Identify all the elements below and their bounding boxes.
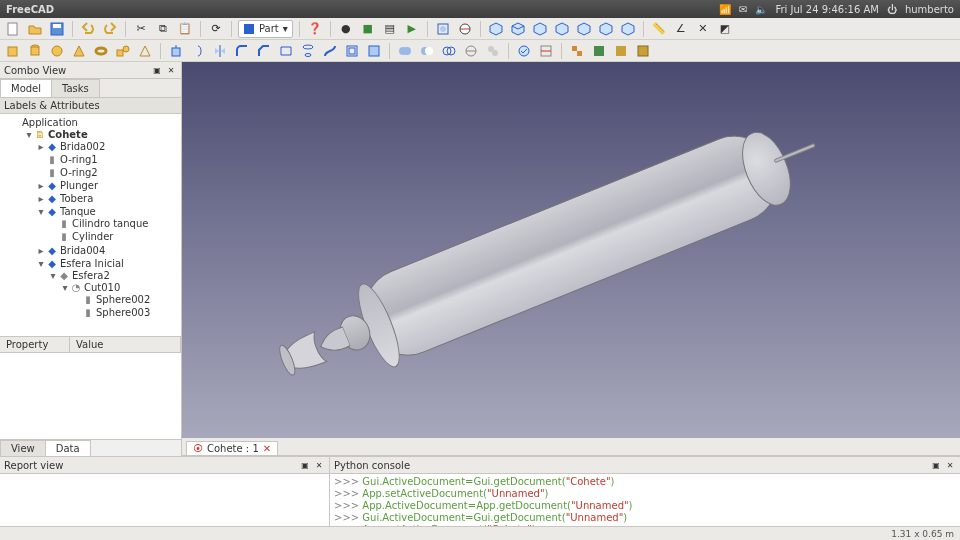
copy-button[interactable]: ⧉ <box>154 20 172 38</box>
panel-close-button[interactable]: ✕ <box>944 459 956 471</box>
measure-linear-button[interactable]: 📏 <box>650 20 668 38</box>
wifi-icon[interactable]: 📶 <box>719 4 731 15</box>
tree-item[interactable]: ▸◆Plunger <box>36 179 181 192</box>
tab-tasks[interactable]: Tasks <box>51 79 100 97</box>
tree-expand-icon[interactable]: ▾ <box>60 282 70 293</box>
cross-sections-button[interactable] <box>537 42 555 60</box>
panel-float-button[interactable]: ▣ <box>930 459 942 471</box>
part-fillet-button[interactable] <box>233 42 251 60</box>
view-top-button[interactable] <box>531 20 549 38</box>
export-button[interactable] <box>612 42 630 60</box>
part-primitives-button[interactable] <box>114 42 132 60</box>
tree-item[interactable]: ▸◆Tobera <box>36 192 181 205</box>
tree-expand-icon[interactable]: ▾ <box>36 258 46 269</box>
panel-float-button[interactable]: ▣ <box>151 64 163 76</box>
import-button[interactable] <box>590 42 608 60</box>
part-sweep-button[interactable] <box>321 42 339 60</box>
tree-expand-icon[interactable]: ▾ <box>24 129 34 140</box>
check-geometry-button[interactable] <box>515 42 533 60</box>
part-loft-button[interactable] <box>299 42 317 60</box>
panel-close-button[interactable]: ✕ <box>313 459 325 471</box>
undo-button[interactable] <box>79 20 97 38</box>
part-revolve-button[interactable] <box>189 42 207 60</box>
part-sphere-button[interactable] <box>48 42 66 60</box>
tree-item[interactable]: ▮O-ring1 <box>36 153 181 166</box>
bool-compound-button[interactable] <box>484 42 502 60</box>
new-doc-button[interactable] <box>4 20 22 38</box>
macro-stop-button[interactable]: ■ <box>359 20 377 38</box>
save-button[interactable] <box>48 20 66 38</box>
tree-item[interactable]: ▮Cilindro tanque <box>48 217 181 230</box>
tree-item[interactable]: ▮O-ring2 <box>36 166 181 179</box>
part-box-button[interactable] <box>4 42 22 60</box>
tab-model[interactable]: Model <box>0 79 52 97</box>
macro-play-button[interactable]: ▶ <box>403 20 421 38</box>
tree-item[interactable]: ▾◔Cut010▮Sphere002▮Sphere003 <box>60 281 181 320</box>
view-fit-button[interactable] <box>434 20 452 38</box>
mail-icon[interactable]: ✉ <box>739 4 747 15</box>
view-tab-cohete[interactable]: ⦿ Cohete : 1 ✕ <box>186 441 278 455</box>
tree-expand-icon[interactable]: ▸ <box>36 141 46 152</box>
tree-expand-icon[interactable]: ▸ <box>36 193 46 204</box>
bool-section-button[interactable] <box>462 42 480 60</box>
part-ruled-button[interactable] <box>277 42 295 60</box>
python-console-body[interactable]: >>> Gui.ActiveDocument=Gui.getDocument("… <box>330 474 960 526</box>
cut-button[interactable]: ✂ <box>132 20 150 38</box>
view-left-button[interactable] <box>619 20 637 38</box>
tab-view[interactable]: View <box>0 440 46 456</box>
make-compound-button[interactable] <box>568 42 586 60</box>
tree-expand-icon[interactable]: ▾ <box>36 206 46 217</box>
tab-data[interactable]: Data <box>45 440 91 456</box>
view-iso-button[interactable] <box>487 20 505 38</box>
tree-item[interactable]: ▮Sphere002 <box>72 293 181 306</box>
tree-item[interactable]: ▾◆Esfera2▾◔Cut010▮Sphere002▮Sphere003 <box>48 269 181 321</box>
panel-close-button[interactable]: ✕ <box>165 64 177 76</box>
paste-button[interactable]: 📋 <box>176 20 194 38</box>
tree-item[interactable]: ▾◆Tanque▮Cilindro tanque▮Cylinder <box>36 205 181 244</box>
refine-button[interactable] <box>634 42 652 60</box>
tree-item[interactable]: ▸◆Brida002 <box>36 140 181 153</box>
report-body[interactable] <box>0 474 329 526</box>
workbench-selector[interactable]: Part ▾ <box>238 20 293 38</box>
3d-viewport[interactable] <box>182 62 960 438</box>
close-icon[interactable]: ✕ <box>263 443 271 454</box>
tree-expand-icon[interactable]: ▾ <box>48 270 58 281</box>
part-extrude-button[interactable] <box>167 42 185 60</box>
tree-item[interactable]: ▮Sphere003 <box>72 306 181 319</box>
measure-toggle-button[interactable]: ◩ <box>716 20 734 38</box>
part-shapebuilder-button[interactable] <box>136 42 154 60</box>
part-chamfer-button[interactable] <box>255 42 273 60</box>
macro-record-button[interactable]: ● <box>337 20 355 38</box>
refresh-button[interactable]: ⟳ <box>207 20 225 38</box>
part-mirror-button[interactable] <box>211 42 229 60</box>
view-bottom-button[interactable] <box>597 20 615 38</box>
panel-float-button[interactable]: ▣ <box>299 459 311 471</box>
measure-angular-button[interactable]: ∠ <box>672 20 690 38</box>
draw-style-button[interactable] <box>456 20 474 38</box>
tree-expand-icon[interactable]: ▸ <box>36 245 46 256</box>
redo-button[interactable] <box>101 20 119 38</box>
tree-item[interactable]: ▾◆Esfera Inicial▾◆Esfera2▾◔Cut010▮Sphere… <box>36 257 181 322</box>
view-right-button[interactable] <box>553 20 571 38</box>
part-thickness-button[interactable] <box>365 42 383 60</box>
open-button[interactable] <box>26 20 44 38</box>
bool-common-button[interactable] <box>440 42 458 60</box>
view-front-button[interactable] <box>509 20 527 38</box>
macro-list-button[interactable]: ▤ <box>381 20 399 38</box>
measure-clear-button[interactable]: ✕ <box>694 20 712 38</box>
property-body[interactable] <box>0 353 181 439</box>
part-cylinder-button[interactable] <box>26 42 44 60</box>
volume-icon[interactable]: 🔈 <box>755 4 767 15</box>
tree-document[interactable]: ▾🗎Cohete▸◆Brida002▮O-ring1▮O-ring2▸◆Plun… <box>24 128 181 323</box>
model-tree[interactable]: Application▾🗎Cohete▸◆Brida002▮O-ring1▮O-… <box>0 114 181 336</box>
user-menu[interactable]: humberto <box>905 4 954 15</box>
tree-expand-icon[interactable]: ▸ <box>36 180 46 191</box>
part-offset-button[interactable] <box>343 42 361 60</box>
bool-union-button[interactable] <box>396 42 414 60</box>
part-cone-button[interactable] <box>70 42 88 60</box>
power-icon[interactable]: ⏻ <box>887 4 897 15</box>
clock[interactable]: Fri Jul 24 9:46:16 AM <box>775 4 878 15</box>
part-torus-button[interactable] <box>92 42 110 60</box>
view-rear-button[interactable] <box>575 20 593 38</box>
bool-cut-button[interactable] <box>418 42 436 60</box>
